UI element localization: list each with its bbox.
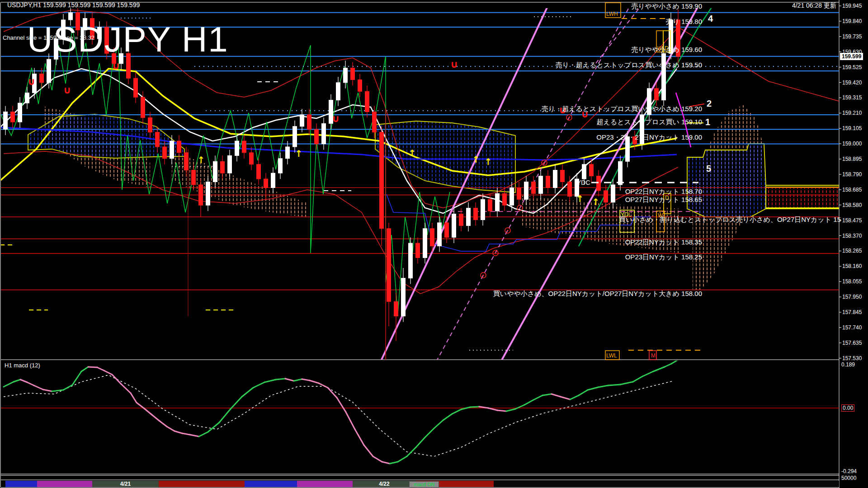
level-annotation: OP23日NYカット 158.25 — [625, 253, 702, 262]
candle-body — [336, 83, 340, 100]
price-tick-label: 157.950 — [842, 294, 867, 300]
price-tick-label: 158.160 — [842, 263, 867, 269]
candle-body — [387, 229, 391, 302]
macd-indicator-label: H1 macd (12) — [5, 362, 40, 369]
level-annotation: 売りやや小さめ 159.60 — [631, 46, 702, 54]
macd-line-segment — [20, 380, 27, 382]
price-tick-label: 159.105 — [842, 125, 867, 131]
candle-body — [192, 170, 196, 185]
candle-body — [517, 188, 521, 199]
macd-line-segment — [346, 412, 355, 429]
trading-chart-window: ∪∪∪∪∪∪∪↑↑↑↑↑↑↑LWHWDDYDLWLWLMYDC4215 USDJ… — [0, 0, 868, 488]
price-tick-label: 159.840 — [842, 18, 867, 24]
level-annotation: 買いやや小さめ、OP22日NYカット/OP27日NYカット大きめ 158.00 — [493, 290, 702, 298]
candle-body — [40, 74, 44, 82]
candle-body — [271, 173, 275, 188]
macd-signal-line — [4, 375, 674, 456]
macd-line-segment — [34, 385, 43, 389]
macd-line-segment — [373, 456, 382, 462]
sell-marker-icon: ∪ — [450, 59, 458, 70]
macd-line-segment — [253, 382, 264, 388]
price-tick-label: 159.000 — [842, 141, 867, 147]
candle-body — [315, 129, 319, 144]
sell-marker-icon: ∪ — [112, 60, 120, 71]
macd-line-segment — [542, 394, 552, 395]
candle-body — [228, 155, 232, 173]
macd-line-segment — [285, 379, 294, 381]
candle-body — [156, 132, 160, 147]
candle-body — [590, 164, 594, 176]
candle-body — [148, 117, 152, 132]
kumo-mid-blue — [375, 121, 515, 192]
candle-body — [293, 127, 297, 147]
macd-line-segment — [407, 447, 416, 456]
macd-toggle-button[interactable]: macd ON — [409, 481, 439, 488]
update-timestamp: 4/21 06:28 更新 — [792, 2, 836, 10]
macd-line-segment — [382, 462, 390, 464]
macd-line-segment — [552, 394, 561, 397]
macd-line-segment — [497, 410, 506, 411]
macd-line-segment — [131, 393, 137, 403]
macd-line-segment — [398, 456, 407, 462]
candle-body — [618, 161, 623, 185]
price-tick-label: 159.420 — [842, 80, 867, 86]
candle-body — [611, 185, 615, 202]
candle-body — [553, 170, 557, 188]
macd-line-segment — [337, 398, 346, 412]
macd-line-segment — [264, 380, 276, 382]
candle-body — [430, 229, 434, 246]
macd-line-segment — [434, 420, 443, 428]
price-tick-label: 158.580 — [842, 202, 867, 208]
channel-touch-dot — [519, 207, 520, 208]
candle-body — [503, 193, 507, 205]
candle-body — [300, 115, 304, 127]
candle-body — [177, 141, 181, 153]
macd-line-segment — [506, 409, 515, 411]
level-annotation: 売り・超えるとストップロス買い小さめ 159.50 — [555, 61, 702, 70]
kumo-left-blue — [28, 114, 184, 158]
macd-line-segment — [642, 371, 653, 376]
macd-line-segment — [579, 390, 588, 395]
session-segment — [159, 481, 245, 487]
level-annotation: 売り 159.80 — [666, 18, 702, 26]
price-tick-label: 159.315 — [842, 94, 867, 101]
candle-body — [539, 176, 543, 194]
macd-line-segment — [561, 397, 570, 399]
range-box-label: M — [651, 352, 656, 359]
current-price-badge: 159.599 — [840, 53, 863, 60]
macd-line-segment — [175, 431, 182, 433]
macd-line-segment — [452, 409, 461, 414]
macd-line-segment — [310, 380, 319, 383]
candle-body — [163, 147, 167, 159]
macd-tick-label: -0.294 — [841, 468, 857, 474]
macd-line-segment — [72, 371, 81, 385]
macd-line-segment — [4, 382, 14, 387]
candle-body — [561, 170, 565, 182]
candle-body — [409, 243, 413, 278]
candle-body — [199, 185, 203, 205]
candle-body — [488, 199, 492, 211]
range-box-label: LWH — [606, 11, 618, 17]
candle-body — [474, 208, 478, 220]
macd-line-segment — [137, 403, 144, 408]
chart-watermark: USDJPY H1 — [27, 19, 229, 60]
channel-touch-dot — [543, 162, 545, 163]
candle-body — [11, 112, 15, 122]
price-tick-label: 158.790 — [842, 171, 867, 178]
buy-marker-icon: ↑ — [592, 197, 600, 207]
price-chart-canvas[interactable]: ∪∪∪∪∪∪∪↑↑↑↑↑↑↑LWHWDDYDLWLWLMYDC4215 — [0, 0, 868, 488]
wave-count-label: 2 — [707, 99, 712, 108]
candle-body — [568, 182, 572, 196]
macd-tick-label: 0.189 — [841, 361, 855, 368]
candle-body — [373, 112, 377, 132]
macd-layer — [1, 361, 839, 464]
wave-count-label: 1 — [705, 117, 710, 127]
level-annotation: OP23・24・27日NYカット 159.00 — [596, 133, 702, 142]
candle-body — [47, 59, 51, 83]
session-segment — [494, 481, 839, 487]
candle-body — [394, 301, 398, 316]
macd-line-segment — [524, 400, 533, 405]
buy-marker-icon: ↑ — [472, 154, 480, 165]
price-tick-label: 158.685 — [842, 187, 867, 193]
price-tick-label: 159.735 — [842, 33, 867, 40]
